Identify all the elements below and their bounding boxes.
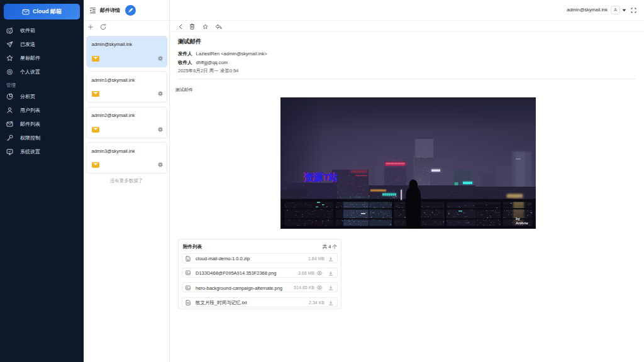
svg-text:资源T站: 资源T站 — [304, 172, 338, 182]
svg-text:by: by — [516, 217, 521, 221]
svg-text:AriArte: AriArte — [516, 221, 528, 225]
